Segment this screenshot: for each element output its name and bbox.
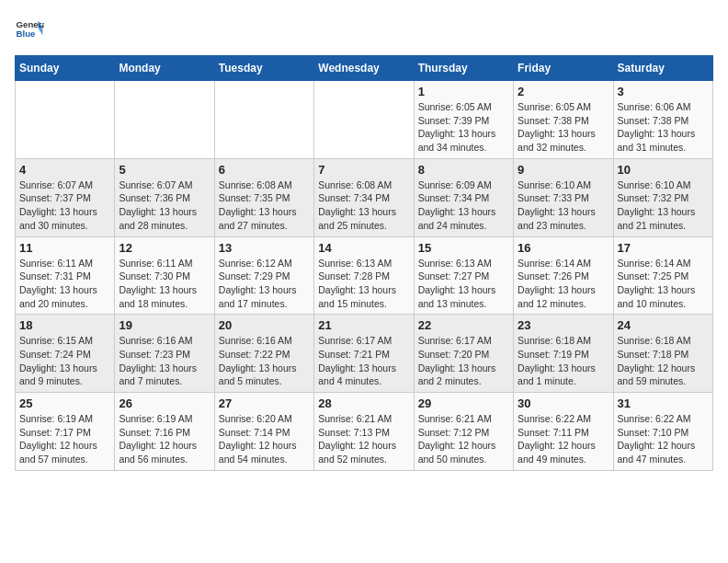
day-number: 11: [19, 241, 110, 255]
day-number: 14: [318, 241, 409, 255]
day-info: Sunrise: 6:13 AMSunset: 7:28 PMDaylight:…: [318, 257, 409, 311]
day-number: 25: [19, 396, 110, 410]
day-number: 2: [518, 85, 609, 98]
col-header-tuesday: Tuesday: [214, 56, 313, 81]
col-header-friday: Friday: [514, 56, 613, 81]
day-number: 10: [618, 163, 709, 177]
day-cell: 26Sunrise: 6:19 AMSunset: 7:16 PMDayligh…: [115, 393, 214, 471]
day-cell: 12Sunrise: 6:11 AMSunset: 7:30 PMDayligh…: [115, 236, 214, 315]
day-number: 7: [318, 163, 409, 177]
col-header-sunday: Sunday: [16, 56, 115, 81]
day-number: 22: [418, 318, 509, 332]
week-row-4: 18Sunrise: 6:15 AMSunset: 7:24 PMDayligh…: [16, 315, 713, 393]
day-number: 19: [119, 318, 210, 332]
col-header-saturday: Saturday: [613, 56, 712, 81]
week-row-3: 11Sunrise: 6:11 AMSunset: 7:31 PMDayligh…: [16, 236, 713, 315]
day-cell: 16Sunrise: 6:14 AMSunset: 7:26 PMDayligh…: [514, 236, 613, 315]
calendar-table: SundayMondayTuesdayWednesdayThursdayFrid…: [15, 55, 713, 471]
header-row: SundayMondayTuesdayWednesdayThursdayFrid…: [16, 56, 713, 81]
day-info: Sunrise: 6:08 AMSunset: 7:35 PMDaylight:…: [219, 178, 310, 233]
day-cell: 31Sunrise: 6:22 AMSunset: 7:10 PMDayligh…: [613, 393, 712, 471]
day-cell: 10Sunrise: 6:10 AMSunset: 7:32 PMDayligh…: [613, 158, 712, 236]
day-cell: 19Sunrise: 6:16 AMSunset: 7:23 PMDayligh…: [115, 315, 214, 393]
day-info: Sunrise: 6:18 AMSunset: 7:18 PMDaylight:…: [618, 334, 709, 388]
day-number: 9: [518, 163, 609, 177]
calendar-header: SundayMondayTuesdayWednesdayThursdayFrid…: [16, 56, 713, 81]
week-row-2: 4Sunrise: 6:07 AMSunset: 7:37 PMDaylight…: [16, 158, 713, 236]
day-info: Sunrise: 6:08 AMSunset: 7:34 PMDaylight:…: [318, 178, 409, 233]
calendar-body: 1Sunrise: 6:05 AMSunset: 7:39 PMDaylight…: [16, 81, 713, 471]
day-info: Sunrise: 6:10 AMSunset: 7:32 PMDaylight:…: [618, 178, 709, 233]
day-cell: 14Sunrise: 6:13 AMSunset: 7:28 PMDayligh…: [314, 236, 414, 315]
day-cell: 8Sunrise: 6:09 AMSunset: 7:34 PMDaylight…: [414, 158, 513, 236]
day-info: Sunrise: 6:05 AMSunset: 7:39 PMDaylight:…: [418, 100, 509, 155]
col-header-monday: Monday: [115, 56, 214, 81]
logo: General Blue: [15, 15, 44, 44]
day-cell: 11Sunrise: 6:11 AMSunset: 7:31 PMDayligh…: [16, 236, 115, 315]
day-number: 15: [418, 241, 509, 255]
day-number: 26: [119, 396, 210, 410]
day-cell: 17Sunrise: 6:14 AMSunset: 7:25 PMDayligh…: [613, 236, 712, 315]
day-number: 27: [219, 396, 310, 410]
day-number: 28: [318, 396, 409, 410]
day-number: 30: [518, 396, 609, 410]
day-cell: [16, 81, 115, 159]
day-number: 31: [618, 396, 709, 410]
day-number: 8: [418, 163, 509, 177]
day-cell: 1Sunrise: 6:05 AMSunset: 7:39 PMDaylight…: [414, 81, 513, 159]
day-number: 16: [518, 241, 609, 255]
day-number: 17: [618, 241, 709, 255]
day-info: Sunrise: 6:19 AMSunset: 7:16 PMDaylight:…: [119, 412, 210, 466]
day-info: Sunrise: 6:14 AMSunset: 7:25 PMDaylight:…: [618, 257, 709, 311]
day-info: Sunrise: 6:10 AMSunset: 7:33 PMDaylight:…: [518, 178, 609, 233]
day-number: 4: [19, 163, 110, 177]
day-info: Sunrise: 6:21 AMSunset: 7:13 PMDaylight:…: [318, 412, 409, 466]
week-row-1: 1Sunrise: 6:05 AMSunset: 7:39 PMDaylight…: [16, 81, 713, 159]
day-info: Sunrise: 6:17 AMSunset: 7:20 PMDaylight:…: [418, 334, 509, 388]
day-info: Sunrise: 6:07 AMSunset: 7:37 PMDaylight:…: [19, 178, 110, 233]
day-number: 21: [318, 318, 409, 332]
day-cell: [214, 81, 313, 159]
day-cell: [314, 81, 414, 159]
day-cell: 15Sunrise: 6:13 AMSunset: 7:27 PMDayligh…: [414, 236, 513, 315]
day-cell: 2Sunrise: 6:05 AMSunset: 7:38 PMDaylight…: [514, 81, 613, 159]
day-number: 20: [219, 318, 310, 332]
svg-text:Blue: Blue: [17, 29, 36, 39]
day-number: 24: [618, 318, 709, 332]
day-number: 23: [518, 318, 609, 332]
day-number: 1: [418, 85, 509, 98]
col-header-wednesday: Wednesday: [314, 56, 414, 81]
day-cell: 13Sunrise: 6:12 AMSunset: 7:29 PMDayligh…: [214, 236, 313, 315]
day-info: Sunrise: 6:09 AMSunset: 7:34 PMDaylight:…: [418, 178, 509, 233]
day-number: 29: [418, 396, 509, 410]
day-cell: 25Sunrise: 6:19 AMSunset: 7:17 PMDayligh…: [16, 393, 115, 471]
day-info: Sunrise: 6:06 AMSunset: 7:38 PMDaylight:…: [618, 100, 709, 155]
day-cell: [115, 81, 214, 159]
day-cell: 29Sunrise: 6:21 AMSunset: 7:12 PMDayligh…: [414, 393, 513, 471]
day-cell: 18Sunrise: 6:15 AMSunset: 7:24 PMDayligh…: [16, 315, 115, 393]
page-header: General Blue: [15, 15, 713, 44]
col-header-thursday: Thursday: [414, 56, 513, 81]
day-number: 12: [119, 241, 210, 255]
day-number: 13: [219, 241, 310, 255]
day-info: Sunrise: 6:15 AMSunset: 7:24 PMDaylight:…: [19, 334, 110, 388]
day-info: Sunrise: 6:13 AMSunset: 7:27 PMDaylight:…: [418, 257, 509, 311]
day-cell: 3Sunrise: 6:06 AMSunset: 7:38 PMDaylight…: [613, 81, 712, 159]
week-row-5: 25Sunrise: 6:19 AMSunset: 7:17 PMDayligh…: [16, 393, 713, 471]
day-info: Sunrise: 6:17 AMSunset: 7:21 PMDaylight:…: [318, 334, 409, 388]
day-info: Sunrise: 6:16 AMSunset: 7:22 PMDaylight:…: [219, 334, 310, 388]
day-info: Sunrise: 6:16 AMSunset: 7:23 PMDaylight:…: [119, 334, 210, 388]
day-info: Sunrise: 6:11 AMSunset: 7:31 PMDaylight:…: [19, 257, 110, 311]
day-cell: 20Sunrise: 6:16 AMSunset: 7:22 PMDayligh…: [214, 315, 313, 393]
day-cell: 23Sunrise: 6:18 AMSunset: 7:19 PMDayligh…: [514, 315, 613, 393]
day-info: Sunrise: 6:21 AMSunset: 7:12 PMDaylight:…: [418, 412, 509, 466]
day-cell: 5Sunrise: 6:07 AMSunset: 7:36 PMDaylight…: [115, 158, 214, 236]
day-cell: 30Sunrise: 6:22 AMSunset: 7:11 PMDayligh…: [514, 393, 613, 471]
logo-icon: General Blue: [15, 15, 44, 44]
day-info: Sunrise: 6:18 AMSunset: 7:19 PMDaylight:…: [518, 334, 609, 388]
day-cell: 27Sunrise: 6:20 AMSunset: 7:14 PMDayligh…: [214, 393, 313, 471]
day-number: 6: [219, 163, 310, 177]
day-cell: 4Sunrise: 6:07 AMSunset: 7:37 PMDaylight…: [16, 158, 115, 236]
day-number: 5: [119, 163, 210, 177]
day-info: Sunrise: 6:07 AMSunset: 7:36 PMDaylight:…: [119, 178, 210, 233]
